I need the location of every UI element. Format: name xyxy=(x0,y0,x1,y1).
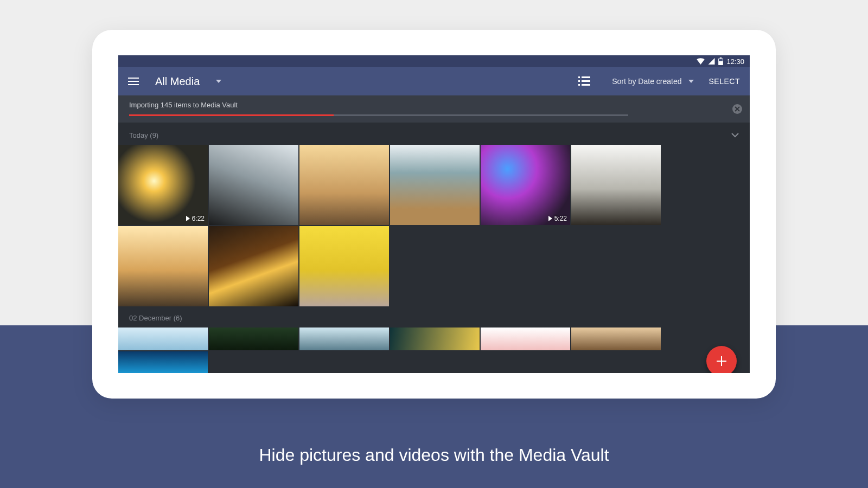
media-grid-today: 6:22 5:22 xyxy=(118,145,750,306)
svg-rect-1 xyxy=(720,57,722,59)
play-icon xyxy=(548,216,552,221)
video-duration-text: 5:22 xyxy=(554,215,567,222)
media-thumbnail[interactable] xyxy=(390,145,480,225)
media-thumbnail[interactable] xyxy=(209,145,298,225)
sort-dropdown-label: Sort by Date created xyxy=(612,77,681,86)
media-thumbnail[interactable] xyxy=(481,328,570,350)
import-message: Importing 145 items to Media Vault xyxy=(129,101,739,109)
filter-dropdown[interactable]: All Media xyxy=(155,75,221,88)
select-button[interactable]: SELECT xyxy=(709,77,740,86)
svg-rect-4 xyxy=(128,81,139,82)
section-header-today[interactable]: Today (9) xyxy=(118,123,750,145)
import-progress-banner: Importing 145 items to Media Vault xyxy=(118,95,750,123)
android-status-bar: 12:30 xyxy=(118,55,750,67)
app-screen: 12:30 All Media Sort by Date created SEL… xyxy=(118,55,750,373)
media-thumbnail[interactable] xyxy=(118,328,208,350)
battery-icon xyxy=(718,57,723,65)
video-duration-text: 6:22 xyxy=(192,215,205,222)
import-progress-fill xyxy=(129,114,334,116)
media-thumbnail[interactable] xyxy=(299,226,389,306)
media-thumbnail[interactable] xyxy=(209,328,298,350)
media-thumbnail[interactable] xyxy=(209,226,298,306)
close-icon[interactable] xyxy=(732,104,742,114)
svg-rect-13 xyxy=(717,361,726,362)
media-thumbnail[interactable]: 6:22 xyxy=(118,145,208,225)
status-time: 12:30 xyxy=(726,57,744,66)
promo-caption: Hide pictures and videos with the Media … xyxy=(0,445,868,465)
svg-rect-11 xyxy=(582,84,590,86)
section-header-dec02[interactable]: 02 December (6) xyxy=(118,306,750,328)
svg-rect-6 xyxy=(578,76,580,78)
svg-rect-10 xyxy=(578,84,580,86)
chevron-down-icon xyxy=(731,131,739,139)
sort-dropdown[interactable]: Sort by Date created xyxy=(612,77,693,86)
svg-rect-9 xyxy=(582,80,590,82)
media-thumbnail[interactable] xyxy=(118,226,208,306)
media-thumbnail[interactable] xyxy=(299,145,389,225)
media-thumbnail[interactable] xyxy=(299,328,389,350)
section-header-label: 02 December (6) xyxy=(129,314,182,322)
cell-signal-icon xyxy=(708,58,715,65)
chevron-down-icon xyxy=(216,80,221,83)
list-view-icon[interactable] xyxy=(578,76,590,86)
media-thumbnail[interactable] xyxy=(571,145,661,225)
media-thumbnail[interactable] xyxy=(390,328,480,350)
video-duration-badge: 5:22 xyxy=(548,215,567,222)
svg-rect-2 xyxy=(719,59,723,61)
play-icon xyxy=(186,216,190,221)
media-thumbnail[interactable] xyxy=(571,328,661,350)
chevron-down-icon xyxy=(688,80,694,83)
svg-rect-5 xyxy=(128,84,139,85)
wifi-icon xyxy=(697,58,705,65)
import-progress-track xyxy=(129,114,628,116)
section-header-label: Today (9) xyxy=(129,131,158,139)
svg-rect-8 xyxy=(578,80,580,82)
video-duration-badge: 6:22 xyxy=(186,215,205,222)
filter-dropdown-label: All Media xyxy=(155,75,200,88)
add-media-fab[interactable] xyxy=(706,346,737,373)
app-bar: All Media Sort by Date created SELECT xyxy=(118,67,750,95)
media-grid-dec02 xyxy=(118,328,750,373)
hamburger-menu-icon[interactable] xyxy=(128,78,139,85)
media-thumbnail[interactable] xyxy=(118,351,208,373)
svg-rect-3 xyxy=(128,78,139,79)
svg-rect-7 xyxy=(582,76,590,78)
plus-icon xyxy=(716,355,727,367)
tablet-frame: 12:30 All Media Sort by Date created SEL… xyxy=(92,30,776,399)
media-thumbnail[interactable]: 5:22 xyxy=(481,145,570,225)
